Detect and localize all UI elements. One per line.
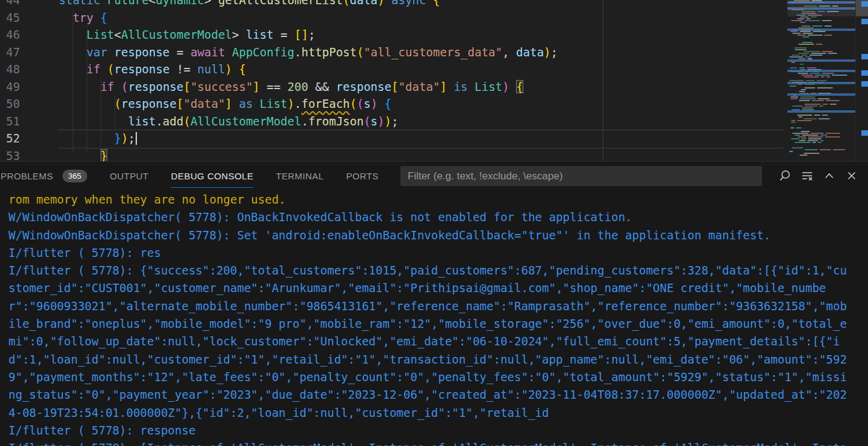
console-line: I/flutter ( 5778): response: [8, 422, 868, 439]
console-line: stomer_id":"CUST001","customer_name":"Ar…: [8, 279, 868, 297]
tab-ports[interactable]: PORTS: [346, 162, 378, 190]
code-text: if (response != null) {: [59, 61, 246, 78]
line-number: 48: [0, 61, 20, 78]
line-number: 49: [0, 78, 20, 96]
tab-problems[interactable]: PROBLEMS365: [1, 162, 87, 190]
console-line: I/flutter ( 5778): {"success":200,"total…: [8, 262, 868, 279]
minimap-highlight: [787, 82, 855, 84]
tab-label: PROBLEMS: [1, 171, 53, 181]
panel-actions: [778, 162, 858, 190]
overview-ruler: [855, 0, 868, 161]
minimap-highlight: [787, 110, 855, 113]
code-line: 49 if (response["success"] == 200 && res…: [0, 78, 787, 96]
line-number: 47: [0, 44, 20, 61]
code-text: }: [59, 147, 107, 162]
debug-filter-box: [400, 166, 762, 186]
minimap-slider[interactable]: [787, 0, 855, 16]
code-text: list.add(AllCustomerModel.fromJson(s));: [59, 113, 399, 130]
code-text: static Future<dynamic> getAllCustomerLis…: [59, 0, 440, 9]
tab-output[interactable]: OUTPUT: [110, 162, 148, 190]
code-line: 50 (response["data"] as List).forEach((s…: [0, 95, 787, 113]
code-line: 47 var response = await AppConfig.httpPo…: [0, 44, 787, 61]
line-number: 50: [0, 95, 20, 113]
code-line: 44static Future<dynamic> getAllCustomerL…: [0, 0, 787, 9]
line-number: 52: [0, 130, 20, 147]
code-line: 45 try {: [0, 9, 787, 27]
minimap-highlight: [787, 93, 855, 96]
code-lines: 44static Future<dynamic> getAllCustomerL…: [0, 0, 787, 162]
code-line: 46 List<AllCustomerModel> list = [];: [0, 26, 787, 44]
console-line: W/WindowOnBackDispatcher( 5778): Set 'an…: [8, 227, 868, 244]
line-number: 46: [0, 26, 20, 44]
clear-console-icon[interactable]: [800, 169, 813, 182]
console-line: W/WindowOnBackDispatcher( 5778): OnBackI…: [8, 208, 868, 226]
overview-ruler-marker: [861, 1, 868, 7]
tab-label: OUTPUT: [110, 171, 148, 181]
tab-debug-console[interactable]: DEBUG CONSOLE: [171, 162, 253, 190]
code-text: if (response["success"] == 200 && respon…: [59, 78, 523, 96]
panel-tabs: PROBLEMS365OUTPUTDEBUG CONSOLETERMINALPO…: [1, 162, 401, 190]
overview-ruler-marker: [861, 81, 868, 87]
search-icon[interactable]: [778, 169, 791, 182]
line-number: 51: [0, 113, 20, 130]
text-cursor: [136, 132, 137, 145]
code-text: try {: [59, 9, 107, 27]
bottom-panel: PROBLEMS365OUTPUTDEBUG CONSOLETERMINALPO…: [0, 162, 868, 446]
minimap-highlight: [787, 28, 855, 31]
close-panel-icon[interactable]: [845, 169, 858, 182]
minimap[interactable]: [787, 0, 855, 161]
console-line: I/flutter ( 5778): [Instance of 'AllCust…: [8, 439, 868, 446]
tab-label: PORTS: [346, 171, 378, 181]
console-line: I/flutter ( 5778): res: [8, 244, 868, 262]
problems-count-badge: 365: [62, 170, 88, 182]
overview-ruler-marker: [861, 19, 868, 24]
console-line: 9","payment_months":"12","late_fees":"0"…: [8, 368, 868, 386]
overview-ruler-marker: [861, 130, 868, 136]
overview-ruler-marker: [861, 70, 868, 76]
code-line: 48 if (response != null) {: [0, 61, 787, 78]
minimap-highlight: [787, 59, 855, 62]
console-line: mi":0,"follow_up_date":null,"lock_custom…: [8, 333, 868, 350]
tab-label: TERMINAL: [276, 171, 323, 181]
vscode-window: 44static Future<dynamic> getAllCustomerL…: [0, 0, 868, 446]
tab-terminal[interactable]: TERMINAL: [276, 162, 323, 190]
minimap-highlight: [787, 70, 855, 72]
line-number: 53: [0, 147, 20, 162]
code-text: var response = await AppConfig.httpPost(…: [59, 44, 558, 61]
console-line: r":"9600933021","alternate_mobile_number…: [8, 298, 868, 315]
console-line: ile_brand":"oneplus","mobile_model":"9 p…: [8, 315, 868, 333]
code-line: 52 });: [0, 130, 787, 147]
console-line: 4-08-19T23:54:01.000000Z"},{"id":2,"loan…: [8, 404, 868, 422]
overview-ruler-marker: [861, 54, 868, 59]
console-line: d":1,"loan_id":null,"customer_id":"1","r…: [8, 351, 868, 368]
panel-header: PROBLEMS365OUTPUTDEBUG CONSOLETERMINALPO…: [0, 162, 868, 190]
tab-label: DEBUG CONSOLE: [171, 171, 253, 181]
maximize-panel-icon[interactable]: [823, 169, 836, 182]
code-line: 51 list.add(AllCustomerModel.fromJson(s)…: [0, 113, 787, 130]
code-editor[interactable]: 44static Future<dynamic> getAllCustomerL…: [0, 0, 868, 162]
console-line: rom memory when they are no longer used.: [8, 191, 868, 208]
filter-input[interactable]: [400, 170, 762, 182]
code-line: 53 }: [0, 147, 787, 162]
line-number: 45: [0, 9, 20, 27]
debug-console-output[interactable]: rom memory when they are no longer used.…: [0, 190, 868, 446]
line-number: 44: [0, 0, 20, 9]
console-line: ng_status":"0","payment_year":"2023","du…: [8, 386, 868, 404]
code-text: });: [59, 130, 137, 147]
code-text: List<AllCustomerModel> list = [];: [59, 26, 315, 44]
code-text: (response["data"] as List).forEach((s) {: [59, 95, 391, 113]
